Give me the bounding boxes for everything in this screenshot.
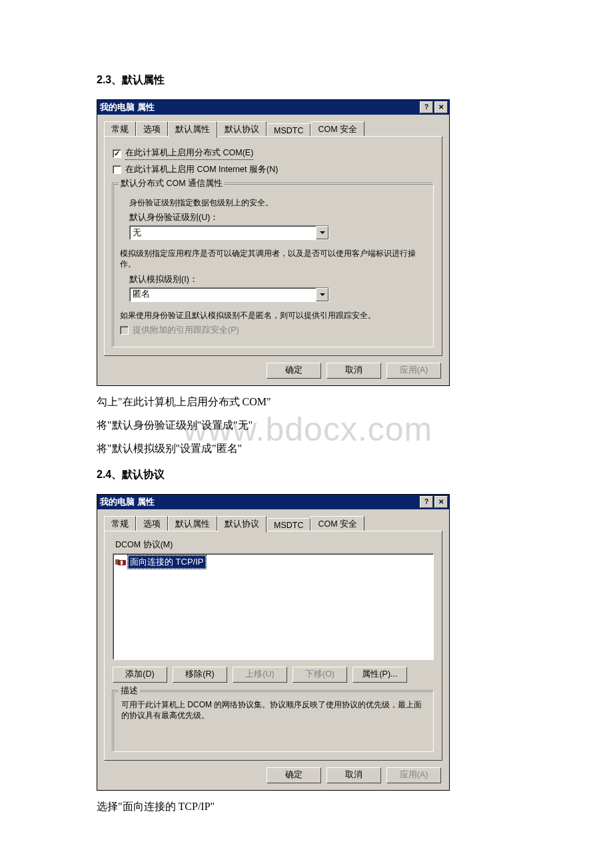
tab-default-protocols[interactable]: 默认协议 [217,121,267,137]
cancel-button[interactable]: 取消 [326,363,381,379]
imp-level-select[interactable]: 匿名 [129,287,329,302]
ok-button[interactable]: 确定 [267,363,321,379]
properties-button[interactable]: 属性(P)... [352,667,407,683]
list-item-label: 面向连接的 TCP/IP [128,555,206,569]
list-item[interactable]: 面向连接的 TCP/IP [115,555,432,569]
titlebar-text: 我的电脑 属性 [100,101,155,113]
protocols-listbox[interactable]: 面向连接的 TCP/IP [113,553,434,660]
close-button[interactable]: ✕ [434,101,448,113]
note-line-1: 勾上"在此计算机上启用分布式 COM" [97,395,516,409]
tab-general[interactable]: 常规 [104,516,136,532]
note-line-3: 将"默认模拟级别"设置成"匿名" [97,442,516,456]
tab-strip: 常规 选项 默认属性 默认协议 MSDTC COM 安全 [104,120,442,137]
tab-com-security[interactable]: COM 安全 [310,516,364,532]
protocols-desc: 可用于此计算机上 DCOM 的网络协议集。协议顺序反映了使用协议的优先级，最上面… [121,699,425,721]
fieldset-legend: 描述 [119,685,140,697]
move-down-button: 下移(O) [293,667,347,683]
enable-internet-label: 在此计算机上启用 COM Internet 服务(N) [125,164,278,175]
tab-com-security[interactable]: COM 安全 [310,121,364,137]
auth-desc: 身份验证级别指定数据包级别上的安全。 [129,197,426,208]
note-line-4: 选择"面向连接的 TCP/IP" [97,800,516,814]
section-heading-24: 2.4、默认协议 [97,468,516,482]
track-desc: 如果使用身份验证且默认模拟级别不是匿名，则可以提供引用跟踪安全。 [120,310,426,321]
tab-msdtc[interactable]: MSDTC [267,518,310,532]
tab-panel: 在此计算机上启用分布式 COM(E) 在此计算机上启用 COM Internet… [104,136,442,356]
dialog-default-properties: 我的电脑 属性 ? ✕ 常规 选项 默认属性 默认协议 MSDTC COM 安全… [97,99,450,386]
chevron-down-icon [320,293,325,296]
imp-level-value: 匿名 [130,288,316,301]
move-up-button: 上移(U) [233,667,287,683]
chevron-down-icon [320,231,325,234]
protocols-list-label: DCOM 协议(M) [115,539,434,551]
enable-internet-row[interactable]: 在此计算机上启用 COM Internet 服务(N) [113,164,434,175]
help-button[interactable]: ? [420,101,433,113]
tab-msdtc[interactable]: MSDTC [267,123,310,137]
note-line-2: 将"默认身份验证级别"设置成"无" [97,419,516,433]
track-security-checkbox [120,326,129,335]
imp-desc: 模拟级别指定应用程序是否可以确定其调用者，以及是否可以使用客户端标识进行操作。 [120,248,426,269]
imp-label: 默认模拟级别(I)： [129,274,426,285]
help-button[interactable]: ? [420,496,433,508]
dcom-comm-fieldset: 默认分布式 COM 通信属性 身份验证级别指定数据包级别上的安全。 默认身份验证… [113,183,434,347]
protocol-button-row: 添加(D) 移除(R) 上移(U) 下移(O) 属性(P)... [113,667,434,683]
enable-dcom-checkbox[interactable] [113,149,121,158]
add-button[interactable]: 添加(D) [113,667,167,683]
apply-button: 应用(A) [386,767,441,783]
track-security-row: 提供附加的引用跟踪安全(P) [120,325,426,336]
tab-default-protocols[interactable]: 默认协议 [217,516,267,533]
tab-options[interactable]: 选项 [136,516,168,532]
description-fieldset: 描述 可用于此计算机上 DCOM 的网络协议集。协议顺序反映了使用协议的优先级，… [113,691,434,752]
tab-default-properties[interactable]: 默认属性 [168,516,217,532]
tab-general[interactable]: 常规 [104,121,136,137]
cancel-button[interactable]: 取消 [326,767,381,783]
tab-options[interactable]: 选项 [136,121,168,137]
titlebar-text: 我的电脑 属性 [100,496,155,508]
enable-dcom-row[interactable]: 在此计算机上启用分布式 COM(E) [113,147,434,160]
remove-button[interactable]: 移除(R) [173,667,227,683]
enable-dcom-label: 在此计算机上启用分布式 COM(E) [125,147,253,160]
dialog-button-row: 确定 取消 应用(A) [97,356,449,385]
dropdown-button[interactable] [316,288,328,301]
tab-strip: 常规 选项 默认属性 默认协议 MSDTC COM 安全 [104,515,442,531]
auth-label: 默认身份验证级别(U)： [129,212,426,223]
dialog-button-row: 确定 取消 应用(A) [97,761,449,790]
fieldset-legend: 默认分布式 COM 通信属性 [119,178,225,189]
section-heading-23: 2.3、默认属性 [97,73,516,87]
auth-level-value: 无 [130,226,316,239]
apply-button: 应用(A) [386,363,441,379]
tab-default-properties[interactable]: 默认属性 [168,121,217,138]
tab-panel: DCOM 协议(M) 面向连接的 TCP/IP 添加(D) 移除(R) 上移(U… [104,531,442,761]
network-icon [115,557,125,567]
dropdown-button[interactable] [316,226,328,239]
close-button[interactable]: ✕ [434,496,448,508]
ok-button[interactable]: 确定 [267,767,321,783]
auth-level-select[interactable]: 无 [129,225,329,240]
dialog-default-protocols: 我的电脑 属性 ? ✕ 常规 选项 默认属性 默认协议 MSDTC COM 安全… [97,494,450,791]
track-security-label: 提供附加的引用跟踪安全(P) [133,325,239,336]
titlebar: 我的电脑 属性 ? ✕ [97,100,449,115]
enable-internet-checkbox[interactable] [113,165,121,174]
titlebar: 我的电脑 属性 ? ✕ [97,495,449,509]
